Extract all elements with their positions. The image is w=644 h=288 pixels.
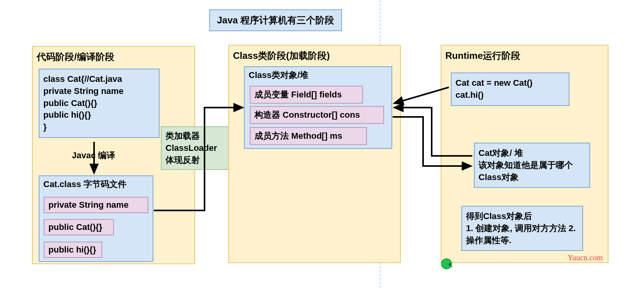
stage-runtime-title: Runtime运行阶段 [445,49,604,62]
cat-object-box: Cat对象/ 堆 该对象知道他是属于哪个Class对象 [474,143,590,188]
compile-label: Javac 编译 [72,150,115,161]
stage-code-title: 代码阶段/编译阶段 [37,51,190,63]
bytecode-constructor: public Cat(){} [44,219,114,235]
cursor-pointer-icon: ↖ [448,261,453,269]
bytecode-title: Cat.class 字节码文件 [43,178,149,191]
runtime-code-box: Cat cat = new Cat() cat.hi() [451,72,569,106]
diagram-title: Java 程序计算机有三个阶段 [209,9,342,31]
source-code-box: class Cat{//Cat.java private String name… [39,69,160,138]
heap-constructor: 构造器 Constructor[] cons [250,106,384,124]
heap-field: 成员变量 Field[] fields [250,86,363,104]
heap-method: 成员方法 Method[] ms [250,127,367,145]
bytecode-method: public hi(){} [44,242,102,258]
classloader-box: 类加载器 ClassLoader 体现反射 [161,126,233,170]
class-heap-title: Class类对象/堆 [249,69,388,81]
bytecode-field: private String name [44,197,148,213]
watermark: Yuucn.com [568,253,603,262]
stage-class-title: Class类阶段(加载阶段) [233,49,396,62]
after-class-box: 得到Class对象后 1. 创建对象, 调用对方方法 2. 操作属性等. [461,206,583,251]
